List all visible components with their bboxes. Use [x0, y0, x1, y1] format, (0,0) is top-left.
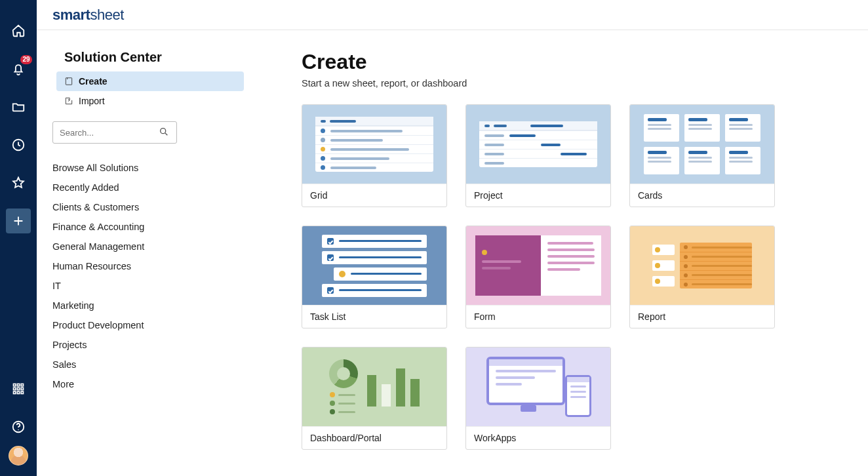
sidebar-nav-label: Create	[79, 76, 108, 87]
tile-label: Project	[466, 184, 610, 207]
sidebar-link[interactable]: Clients & Customers	[52, 197, 244, 217]
tile-dashboard[interactable]: Dashboard/Portal	[302, 347, 447, 450]
page-title: Create	[302, 50, 842, 74]
folder-icon[interactable]	[6, 94, 31, 119]
help-icon[interactable]	[6, 414, 31, 439]
sidebar-link[interactable]: Sales	[52, 355, 244, 374]
sidebar-nav: Create Import	[56, 71, 244, 111]
search-wrap	[52, 121, 244, 144]
sidebar-link[interactable]: Projects	[52, 335, 244, 355]
sidebar-link[interactable]: Human Resources	[52, 256, 244, 276]
sidebar-title: Solution Center	[64, 50, 244, 65]
svg-rect-6	[21, 387, 23, 389]
apps-icon[interactable]	[6, 376, 31, 401]
tile-label: Form	[466, 305, 610, 328]
favorites-icon[interactable]	[6, 170, 31, 195]
tile-cards[interactable]: Cards	[629, 104, 775, 207]
home-icon[interactable]	[6, 18, 31, 43]
tile-label: Grid	[302, 184, 446, 207]
tile-workapps[interactable]: WorkApps	[465, 347, 611, 450]
tile-tasklist[interactable]: Task List	[302, 226, 447, 328]
tile-form[interactable]: Form	[465, 226, 611, 328]
tile-art	[302, 226, 446, 305]
sidebar-link[interactable]: Browse All Solutions	[52, 158, 244, 178]
tile-art	[466, 105, 610, 184]
tile-art	[302, 347, 446, 426]
sidebar-nav-label: Import	[79, 96, 105, 106]
sidebar-link[interactable]: Marketing	[52, 296, 244, 315]
tile-report[interactable]: Report	[629, 226, 775, 328]
tile-label: WorkApps	[466, 426, 610, 449]
sidebar-link[interactable]: General Management	[52, 237, 244, 256]
sidebar-nav-create[interactable]: Create	[56, 71, 244, 91]
brand-bold: smart	[52, 7, 90, 23]
sidebar-link[interactable]: More	[52, 374, 244, 394]
tile-grid[interactable]: Grid	[302, 104, 447, 207]
tile-label: Cards	[630, 184, 774, 207]
top-bar: smartsheet	[37, 0, 868, 30]
svg-rect-9	[21, 391, 23, 393]
tile-project[interactable]: Project	[465, 104, 611, 207]
sidebar-link[interactable]: Recently Added	[52, 178, 244, 197]
svg-rect-4	[14, 387, 16, 389]
solution-center-sidebar: Solution Center Create Import Browse All…	[37, 30, 260, 476]
create-tiles: Grid Project	[302, 104, 842, 450]
recents-icon[interactable]	[6, 132, 31, 157]
svg-rect-7	[14, 391, 16, 393]
create-button[interactable]	[6, 208, 31, 233]
sidebar-link[interactable]: Finance & Accounting	[52, 217, 244, 237]
svg-rect-2	[17, 384, 19, 386]
svg-rect-3	[21, 384, 23, 386]
sidebar-link[interactable]: IT	[52, 276, 244, 296]
svg-rect-5	[17, 387, 19, 389]
tile-label: Task List	[302, 305, 446, 328]
tile-art	[630, 226, 774, 305]
page-subtitle: Start a new sheet, report, or dashboard	[302, 78, 842, 89]
global-nav-rail: 29	[0, 0, 37, 476]
tile-art	[302, 105, 446, 184]
notifications-icon[interactable]: 29	[6, 56, 31, 81]
tile-art	[630, 105, 774, 184]
notifications-badge: 29	[20, 55, 32, 64]
sidebar-category-list: Browse All Solutions Recently Added Clie…	[52, 158, 244, 394]
main-content: Create Start a new sheet, report, or das…	[260, 30, 868, 476]
sidebar-link[interactable]: Product Development	[52, 315, 244, 335]
sidebar-nav-import[interactable]: Import	[56, 91, 244, 111]
tile-art	[466, 226, 610, 305]
avatar[interactable]	[9, 446, 28, 466]
svg-rect-8	[17, 391, 19, 393]
brand-light: sheet	[90, 7, 123, 23]
tile-art	[466, 347, 610, 426]
tile-label: Dashboard/Portal	[302, 426, 446, 449]
svg-rect-12	[66, 78, 71, 85]
brand-logo[interactable]: smartsheet	[52, 7, 124, 24]
svg-point-11	[18, 429, 18, 430]
tile-label: Report	[630, 305, 774, 328]
svg-rect-1	[14, 384, 16, 386]
search-input[interactable]	[52, 121, 177, 144]
